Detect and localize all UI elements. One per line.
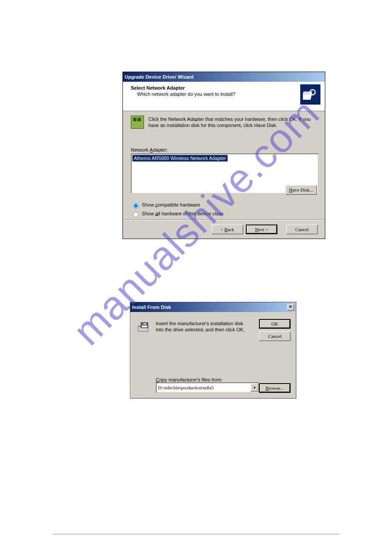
label-part: ompatible hardware — [158, 202, 200, 207]
label-part: Network — [131, 147, 150, 152]
show-all-radio[interactable]: Show all hardware of this device class — [131, 210, 317, 218]
wizard-instruction-text: Click the Network Adapter that matches y… — [148, 116, 317, 129]
wizard-titlebar[interactable]: Upgrade Device Driver Wizard — [123, 72, 325, 82]
wizard-header-subtitle: Which network adapter do you want to ins… — [137, 91, 320, 97]
label-accel: N — [255, 227, 259, 232]
label-accel: B — [224, 227, 227, 232]
show-compatible-radio-input[interactable] — [133, 203, 139, 209]
label-part: dapter: — [153, 147, 168, 152]
label-part: rowse... — [269, 385, 284, 391]
hardware-filter-radios: Show compatible hardware Show all hardwa… — [131, 202, 317, 218]
label-part: ext > — [259, 227, 268, 232]
browse-button[interactable]: Browse... — [259, 383, 291, 393]
disk-instruction-text: Insert the manufacturer's installation d… — [156, 321, 248, 333]
label-part: ll hardware of this device class — [158, 210, 223, 216]
disk-dialog-title: Install From Disk — [132, 305, 171, 310]
upgrade-driver-wizard-dialog: Upgrade Device Driver Wizard Select Netw… — [122, 72, 325, 239]
svg-rect-7 — [142, 326, 147, 327]
label-part: ack — [228, 227, 234, 232]
have-disk-button[interactable]: Have Disk... — [285, 185, 317, 195]
close-icon[interactable]: ✕ — [287, 304, 294, 311]
cancel-button[interactable]: Cancel — [286, 225, 318, 234]
page-footer-rule — [53, 534, 339, 534]
network-adapter-icon — [131, 116, 144, 129]
adapter-list-label: Network Adapter: — [131, 147, 317, 152]
cancel-button[interactable]: Cancel — [259, 331, 291, 341]
wizard-header-title: Select Network Adapter — [131, 85, 320, 91]
svg-rect-6 — [144, 323, 146, 325]
ok-button[interactable]: OK — [259, 319, 291, 329]
next-button[interactable]: Next > — [246, 225, 277, 234]
disk-dialog-titlebar[interactable]: Install From Disk ✕ — [130, 302, 296, 312]
wizard-footer: < Back Next > Cancel — [123, 220, 325, 239]
disk-dialog-button-column: OK Cancel — [259, 319, 291, 341]
label-part: opy manufacturer's files from: — [159, 377, 223, 382]
disk-dialog-body: Insert the manufacturer's installation d… — [130, 312, 296, 402]
back-button[interactable]: < Back — [212, 225, 243, 234]
install-from-disk-dialog: Install From Disk ✕ Insert the manufactu… — [130, 302, 296, 399]
wizard-header: Select Network Adapter Which network ada… — [123, 82, 325, 111]
label-part: Show — [142, 202, 155, 207]
list-item[interactable]: Atheros AR5000 Wireless Network Adapter — [132, 155, 228, 162]
show-all-radio-input[interactable] — [133, 212, 139, 218]
label-accel: C — [156, 377, 159, 382]
show-compatible-radio[interactable]: Show compatible hardware — [131, 202, 317, 209]
wizard-header-icon — [300, 84, 320, 105]
wizard-title: Upgrade Device Driver Wizard — [125, 74, 194, 80]
label-part: Show — [142, 210, 155, 216]
files-from-combobox[interactable]: ▼ — [156, 382, 259, 393]
label-part: < — [220, 227, 224, 232]
chevron-down-icon[interactable]: ▼ — [251, 384, 259, 392]
copy-files-from-label: Copy manufacturer's files from: — [156, 377, 223, 382]
label-part: ave Disk... — [292, 187, 313, 192]
files-from-path-input[interactable] — [157, 385, 251, 390]
wizard-body: Click the Network Adapter that matches y… — [123, 111, 325, 225]
floppy-disk-icon — [137, 322, 151, 333]
